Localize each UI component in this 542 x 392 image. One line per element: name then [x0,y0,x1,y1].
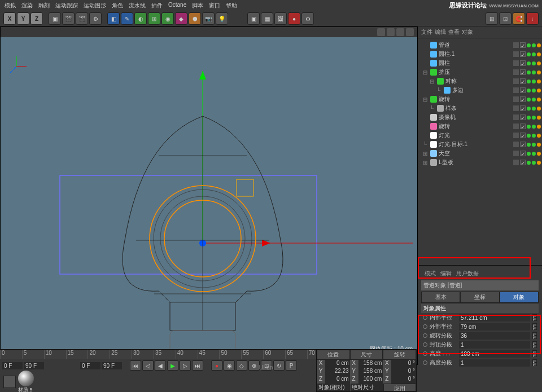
nurbs-icon[interactable]: ◐ [134,12,147,25]
attr-row: 高度 . . .100 cm▴▾ [421,349,539,358]
record-key-icon[interactable]: ● [211,360,222,371]
cur-frame[interactable]: 90 F [24,362,44,369]
tick: 20 [88,350,110,359]
layout-icon[interactable]: ⊡ [499,12,512,25]
menu-item[interactable]: 窗口 [209,2,220,10]
axis-z-button[interactable]: Z [30,12,43,25]
new-material-icon[interactable] [3,376,16,388]
menu-item[interactable]: 渲染 [21,2,33,10]
cube-icon[interactable]: ◧ [107,12,120,25]
vp-nav-icon[interactable] [396,28,404,36]
vp-nav-icon[interactable] [377,28,385,36]
watermark-main: 思缘设计论坛 [449,2,487,8]
arrow-icon[interactable]: ↓ [526,12,539,25]
svg-marker-2 [199,71,206,80]
viewport[interactable]: 网格间距 : 10 cm [0,27,418,365]
axis-x-button[interactable]: X [3,12,16,25]
material-label: 材质.5 [18,386,34,393]
tick: 60 [263,350,285,359]
object-row[interactable]: 管道✓ [419,41,541,50]
object-row[interactable]: ⊟旋转✓ [419,95,541,104]
tab-basic[interactable]: 基本 [421,292,460,303]
play-fwd-icon[interactable]: ▶ [167,360,178,371]
watermark-bottom: UI·cn [259,364,273,371]
object-row[interactable]: ⊟挤压✓ [419,68,541,77]
object-row[interactable]: └多边✓ [419,86,541,95]
tab-edit[interactable]: 编辑 [435,28,446,36]
tool-button[interactable]: 🎬 [62,12,75,25]
picture-viewer-icon[interactable]: 🖼 [274,12,287,25]
magnet-icon[interactable]: 🧲 [513,12,525,25]
menu-item[interactable]: 脚本 [192,2,203,10]
tick: 65 [285,350,307,359]
render-settings-icon[interactable]: ⚙ [301,12,314,25]
object-row[interactable]: ⊞L型板✓ [419,158,541,167]
menu-item[interactable]: 角色 [112,2,123,10]
object-row[interactable]: ⊟对称✓ [419,77,541,86]
menu-item[interactable]: 运动跟踪 [55,2,78,10]
object-row[interactable]: └样条✓ [419,104,541,113]
render-view-icon[interactable]: ▣ [247,12,260,25]
axis-y-button[interactable]: Y [17,12,29,25]
attr-mode[interactable]: 模式 [425,270,436,278]
play-back-icon[interactable]: ◀ [155,360,166,371]
material-preview[interactable] [18,371,34,386]
apply-button[interactable]: 应用 [383,384,416,391]
tool-button[interactable]: 🎬 [76,12,88,25]
object-row[interactable]: 圆柱✓ [419,59,541,68]
goto-start-icon[interactable]: ⏮ [130,360,141,371]
menu-item[interactable]: 帮助 [226,2,237,10]
keyframe-icon[interactable]: ◇ [236,360,247,371]
tab-view[interactable]: 查看 [448,28,460,36]
vp-nav-icon[interactable] [406,28,414,36]
light-icon[interactable]: 💡 [216,12,228,25]
key-prev-icon[interactable]: ◁ [142,360,154,371]
menu-item[interactable]: 插件 [151,2,163,10]
tab-object[interactable]: 对象 [462,28,473,36]
array-icon[interactable]: ⊞ [148,12,160,25]
deformer-icon[interactable]: ◆ [175,12,187,25]
env-icon[interactable]: ⬢ [189,12,201,25]
object-tree[interactable]: 管道✓圆柱.1✓圆柱✓⊟挤压✓⊟对称✓└多边✓⊟旋转✓└样条✓摄像机✓旋转✓灯光… [418,38,542,169]
pos-key-icon[interactable]: ⊕ [248,360,260,371]
axis-gizmo [5,55,28,78]
menu-item[interactable]: 运动图形 [84,2,106,10]
menu-item[interactable]: 模拟 [5,2,16,10]
vp-nav-icon[interactable] [387,28,395,36]
layout-icon[interactable]: ⊞ [486,12,498,25]
object-row[interactable]: ⊞天空✓ [419,149,541,158]
goto-end-icon[interactable]: ⏭ [192,360,203,371]
start-frame[interactable]: 0 F [2,362,23,369]
menu-item[interactable]: 雕刻 [38,2,50,10]
tab-coord[interactable]: 坐标 [460,292,499,303]
end-frame[interactable]: 0 F [80,362,100,369]
generator-icon[interactable]: ◉ [161,12,174,25]
object-row[interactable]: 旋转✓ [419,122,541,131]
autokey-icon[interactable]: ◉ [224,360,235,371]
key-next-icon[interactable]: ▷ [180,360,191,371]
rot-key-icon[interactable]: ↻ [273,360,285,371]
attr-user[interactable]: 用户数据 [456,270,479,278]
tab-object[interactable]: 对象 [500,292,539,303]
tab-file[interactable]: 文件 [421,28,432,36]
object-row[interactable]: 摄像机✓ [419,113,541,122]
tool-button[interactable]: ⚙ [89,12,102,25]
attr-row: 旋转分段36▴▾ [421,331,539,340]
object-row[interactable]: └灯光.目标.1✓ [419,140,541,149]
object-row[interactable]: 灯光✓ [419,131,541,140]
param-key-icon[interactable]: P [286,360,297,371]
camera-icon[interactable]: 📷 [202,12,215,25]
end-frame2[interactable]: 90 F [102,362,122,369]
material-manager[interactable]: 材质.5 [0,372,37,392]
coord-mode1[interactable]: 对象(相对) [317,384,350,391]
menu-item[interactable]: 流水线 [129,2,146,10]
coord-mode2[interactable]: 绝对尺寸 [350,384,383,391]
attr-edit[interactable]: 编辑 [440,270,452,278]
attr-row: 高度分段1▴▾ [421,358,539,367]
pen-icon[interactable]: ✎ [121,12,133,25]
object-row[interactable]: 圆柱.1✓ [419,50,541,59]
tool-button[interactable]: ▣ [49,12,61,25]
record-icon[interactable]: ● [288,12,300,25]
render-region-icon[interactable]: ▦ [261,12,273,25]
menu-item[interactable]: Octane [168,2,186,10]
